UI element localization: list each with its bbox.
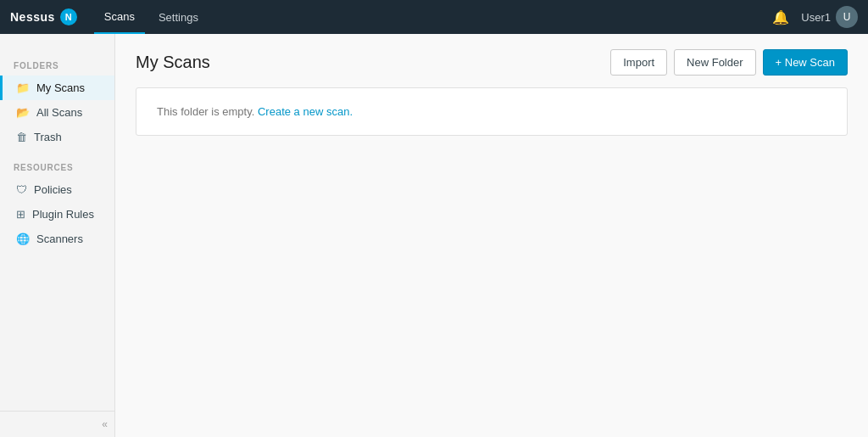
new-folder-button[interactable]: New Folder xyxy=(674,49,755,76)
import-button[interactable]: Import xyxy=(610,49,667,76)
top-navigation: Nessus N Scans Settings 🔔 User1 U xyxy=(0,0,868,34)
folder-icon-my-scans: 📁 xyxy=(16,81,30,94)
avatar-initial: U xyxy=(843,11,851,23)
nav-links: Scans Settings xyxy=(94,0,773,34)
new-scan-button[interactable]: + New Scan xyxy=(763,49,848,76)
sidebar-label-my-scans: My Scans xyxy=(36,81,85,94)
app-name: Nessus xyxy=(10,10,55,24)
trash-icon: 🗑 xyxy=(16,131,27,143)
logo-badge: N xyxy=(60,8,77,25)
username: User1 xyxy=(801,11,831,24)
sidebar-label-scanners: Scanners xyxy=(36,233,83,245)
sidebar-item-trash[interactable]: 🗑 Trash xyxy=(0,125,114,149)
sidebar-label-policies: Policies xyxy=(34,183,72,196)
folder-icon-all-scans: 📂 xyxy=(16,106,30,119)
sidebar-item-all-scans[interactable]: 📂 All Scans xyxy=(0,100,114,125)
shield-icon: 🛡 xyxy=(16,183,27,196)
sidebar-collapse-area: « xyxy=(0,411,114,437)
notifications-icon[interactable]: 🔔 xyxy=(772,9,789,25)
header-actions: Import New Folder + New Scan xyxy=(610,49,848,76)
page-title: My Scans xyxy=(136,53,210,72)
sidebar-item-my-scans[interactable]: 📁 My Scans xyxy=(0,76,114,100)
create-scan-link[interactable]: Create a new scan. xyxy=(258,105,353,118)
sidebar-item-plugin-rules[interactable]: ⊞ Plugin Rules xyxy=(0,202,114,227)
sidebar: FOLDERS 📁 My Scans 📂 All Scans 🗑 Trash R… xyxy=(0,34,115,437)
content-header: My Scans Import New Folder + New Scan xyxy=(115,34,868,87)
user-avatar: U xyxy=(836,6,858,28)
nav-settings[interactable]: Settings xyxy=(148,0,209,34)
empty-text: This folder is empty. xyxy=(157,105,254,118)
grid-icon: ⊞ xyxy=(16,208,25,221)
folders-label: FOLDERS xyxy=(0,61,114,76)
globe-icon: 🌐 xyxy=(16,233,30,245)
folders-section: FOLDERS 📁 My Scans 📂 All Scans 🗑 Trash xyxy=(0,61,114,149)
sidebar-label-all-scans: All Scans xyxy=(36,106,82,119)
nav-scans[interactable]: Scans xyxy=(94,0,145,34)
resources-label: RESOURCES xyxy=(0,163,114,177)
top-nav-right: 🔔 User1 U xyxy=(772,6,858,28)
empty-state: This folder is empty. Create a new scan. xyxy=(136,88,847,135)
sidebar-label-trash: Trash xyxy=(34,131,62,143)
sidebar-item-policies[interactable]: 🛡 Policies xyxy=(0,177,114,202)
collapse-sidebar-button[interactable]: « xyxy=(102,418,108,430)
content-area: My Scans Import New Folder + New Scan Th… xyxy=(115,34,868,437)
user-menu[interactable]: User1 U xyxy=(801,6,858,28)
sidebar-item-scanners[interactable]: 🌐 Scanners xyxy=(0,227,114,251)
resources-section: RESOURCES 🛡 Policies ⊞ Plugin Rules 🌐 Sc… xyxy=(0,163,114,251)
scan-list-container: This folder is empty. Create a new scan. xyxy=(136,87,848,136)
sidebar-label-plugin-rules: Plugin Rules xyxy=(32,208,94,221)
app-logo: Nessus N xyxy=(10,8,77,25)
main-layout: FOLDERS 📁 My Scans 📂 All Scans 🗑 Trash R… xyxy=(0,34,868,437)
